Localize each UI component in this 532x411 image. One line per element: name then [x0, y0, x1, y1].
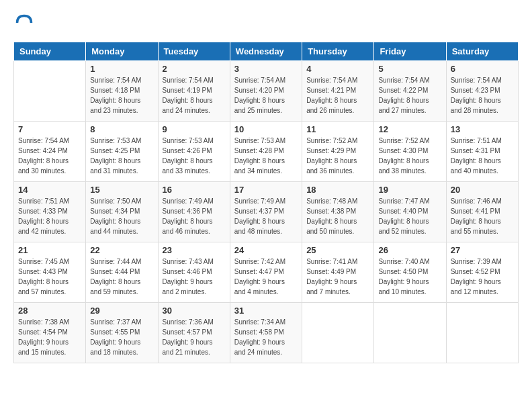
day-info: Sunrise: 7:54 AM Sunset: 4:24 PM Dayligh…	[18, 136, 81, 176]
week-row-0: 1Sunrise: 7:54 AM Sunset: 4:18 PM Daylig…	[14, 61, 519, 122]
day-info: Sunrise: 7:53 AM Sunset: 4:25 PM Dayligh…	[90, 136, 153, 176]
day-info: Sunrise: 7:49 AM Sunset: 4:37 PM Dayligh…	[234, 196, 298, 236]
header-cell-monday: Monday	[86, 42, 158, 61]
week-row-1: 7Sunrise: 7:54 AM Sunset: 4:24 PM Daylig…	[14, 122, 519, 182]
day-cell: 31Sunrise: 7:34 AM Sunset: 4:58 PM Dayli…	[230, 303, 302, 363]
day-info: Sunrise: 7:54 AM Sunset: 4:18 PM Dayligh…	[90, 75, 153, 116]
day-info: Sunrise: 7:54 AM Sunset: 4:19 PM Dayligh…	[163, 75, 226, 116]
day-cell: 19Sunrise: 7:47 AM Sunset: 4:40 PM Dayli…	[374, 182, 446, 242]
day-number: 27	[451, 245, 514, 255]
day-cell: 12Sunrise: 7:52 AM Sunset: 4:30 PM Dayli…	[374, 122, 446, 182]
day-number: 30	[163, 306, 226, 316]
day-cell: 30Sunrise: 7:36 AM Sunset: 4:57 PM Dayli…	[158, 303, 230, 363]
day-cell	[374, 303, 446, 363]
page-header	[13, 13, 519, 35]
day-cell: 3Sunrise: 7:54 AM Sunset: 4:20 PM Daylig…	[230, 61, 302, 122]
day-number: 12	[378, 124, 441, 134]
day-cell: 23Sunrise: 7:43 AM Sunset: 4:46 PM Dayli…	[158, 242, 230, 303]
day-number: 22	[90, 245, 153, 255]
day-cell: 16Sunrise: 7:49 AM Sunset: 4:36 PM Dayli…	[158, 182, 230, 242]
day-number: 3	[234, 64, 298, 74]
day-number: 20	[451, 185, 514, 195]
day-number: 19	[378, 185, 441, 195]
day-info: Sunrise: 7:48 AM Sunset: 4:38 PM Dayligh…	[306, 196, 369, 236]
day-number: 31	[234, 306, 298, 316]
calendar-body: 1Sunrise: 7:54 AM Sunset: 4:18 PM Daylig…	[14, 61, 519, 363]
day-number: 10	[234, 124, 298, 134]
day-cell: 21Sunrise: 7:45 AM Sunset: 4:43 PM Dayli…	[14, 242, 86, 303]
day-number: 7	[18, 124, 81, 134]
day-cell: 24Sunrise: 7:42 AM Sunset: 4:47 PM Dayli…	[230, 242, 302, 303]
week-row-4: 28Sunrise: 7:38 AM Sunset: 4:54 PM Dayli…	[14, 303, 519, 363]
day-cell	[302, 303, 374, 363]
day-info: Sunrise: 7:52 AM Sunset: 4:29 PM Dayligh…	[306, 136, 369, 176]
day-number: 13	[451, 124, 514, 134]
day-number: 4	[306, 64, 369, 74]
header-cell-saturday: Saturday	[446, 42, 518, 61]
header-cell-thursday: Thursday	[302, 42, 374, 61]
day-info: Sunrise: 7:53 AM Sunset: 4:26 PM Dayligh…	[163, 136, 226, 176]
day-number: 15	[90, 185, 153, 195]
day-number: 24	[234, 245, 298, 255]
day-number: 28	[18, 306, 81, 316]
week-row-3: 21Sunrise: 7:45 AM Sunset: 4:43 PM Dayli…	[14, 242, 519, 303]
day-cell: 1Sunrise: 7:54 AM Sunset: 4:18 PM Daylig…	[86, 61, 158, 122]
day-number: 8	[90, 124, 153, 134]
day-cell: 25Sunrise: 7:41 AM Sunset: 4:49 PM Dayli…	[302, 242, 374, 303]
day-info: Sunrise: 7:51 AM Sunset: 4:33 PM Dayligh…	[18, 196, 81, 236]
calendar-table: SundayMondayTuesdayWednesdayThursdayFrid…	[13, 42, 519, 363]
day-number: 1	[90, 64, 153, 74]
day-info: Sunrise: 7:36 AM Sunset: 4:57 PM Dayligh…	[163, 317, 226, 357]
day-info: Sunrise: 7:54 AM Sunset: 4:23 PM Dayligh…	[451, 75, 514, 116]
day-cell: 15Sunrise: 7:50 AM Sunset: 4:34 PM Dayli…	[86, 182, 158, 242]
header-row: SundayMondayTuesdayWednesdayThursdayFrid…	[14, 42, 519, 61]
day-cell: 29Sunrise: 7:37 AM Sunset: 4:55 PM Dayli…	[86, 303, 158, 363]
day-info: Sunrise: 7:45 AM Sunset: 4:43 PM Dayligh…	[18, 257, 81, 297]
day-info: Sunrise: 7:44 AM Sunset: 4:44 PM Dayligh…	[90, 257, 153, 297]
day-info: Sunrise: 7:41 AM Sunset: 4:49 PM Dayligh…	[306, 257, 369, 297]
day-info: Sunrise: 7:50 AM Sunset: 4:34 PM Dayligh…	[90, 196, 153, 236]
day-cell: 13Sunrise: 7:51 AM Sunset: 4:31 PM Dayli…	[446, 122, 518, 182]
day-number: 16	[163, 185, 226, 195]
day-cell: 4Sunrise: 7:54 AM Sunset: 4:21 PM Daylig…	[302, 61, 374, 122]
day-cell: 22Sunrise: 7:44 AM Sunset: 4:44 PM Dayli…	[86, 242, 158, 303]
day-number: 21	[18, 245, 81, 255]
day-info: Sunrise: 7:38 AM Sunset: 4:54 PM Dayligh…	[18, 317, 81, 357]
day-cell: 27Sunrise: 7:39 AM Sunset: 4:52 PM Dayli…	[446, 242, 518, 303]
day-info: Sunrise: 7:46 AM Sunset: 4:41 PM Dayligh…	[451, 196, 514, 236]
day-cell: 17Sunrise: 7:49 AM Sunset: 4:37 PM Dayli…	[230, 182, 302, 242]
day-cell	[446, 303, 518, 363]
day-cell: 7Sunrise: 7:54 AM Sunset: 4:24 PM Daylig…	[14, 122, 86, 182]
header-cell-friday: Friday	[374, 42, 446, 61]
logo	[13, 13, 34, 35]
day-info: Sunrise: 7:49 AM Sunset: 4:36 PM Dayligh…	[163, 196, 226, 236]
day-info: Sunrise: 7:43 AM Sunset: 4:46 PM Dayligh…	[163, 257, 226, 297]
day-cell: 10Sunrise: 7:53 AM Sunset: 4:28 PM Dayli…	[230, 122, 302, 182]
day-cell	[14, 61, 86, 122]
day-number: 26	[378, 245, 441, 255]
day-info: Sunrise: 7:54 AM Sunset: 4:22 PM Dayligh…	[378, 75, 441, 116]
calendar-header: SundayMondayTuesdayWednesdayThursdayFrid…	[14, 42, 519, 61]
day-info: Sunrise: 7:51 AM Sunset: 4:31 PM Dayligh…	[451, 136, 514, 176]
header-cell-wednesday: Wednesday	[230, 42, 302, 61]
day-cell: 5Sunrise: 7:54 AM Sunset: 4:22 PM Daylig…	[374, 61, 446, 122]
logo-icon	[15, 13, 34, 32]
day-number: 2	[163, 64, 226, 74]
day-cell: 26Sunrise: 7:40 AM Sunset: 4:50 PM Dayli…	[374, 242, 446, 303]
day-number: 11	[306, 124, 369, 134]
header-cell-sunday: Sunday	[14, 42, 86, 61]
day-cell: 20Sunrise: 7:46 AM Sunset: 4:41 PM Dayli…	[446, 182, 518, 242]
day-cell: 6Sunrise: 7:54 AM Sunset: 4:23 PM Daylig…	[446, 61, 518, 122]
day-number: 23	[163, 245, 226, 255]
day-info: Sunrise: 7:42 AM Sunset: 4:47 PM Dayligh…	[234, 257, 298, 297]
day-info: Sunrise: 7:54 AM Sunset: 4:20 PM Dayligh…	[234, 75, 298, 116]
day-number: 9	[163, 124, 226, 134]
day-info: Sunrise: 7:39 AM Sunset: 4:52 PM Dayligh…	[451, 257, 514, 297]
day-cell: 28Sunrise: 7:38 AM Sunset: 4:54 PM Dayli…	[14, 303, 86, 363]
week-row-2: 14Sunrise: 7:51 AM Sunset: 4:33 PM Dayli…	[14, 182, 519, 242]
day-cell: 18Sunrise: 7:48 AM Sunset: 4:38 PM Dayli…	[302, 182, 374, 242]
day-info: Sunrise: 7:47 AM Sunset: 4:40 PM Dayligh…	[378, 196, 441, 236]
day-number: 25	[306, 245, 369, 255]
day-number: 6	[451, 64, 514, 74]
day-cell: 9Sunrise: 7:53 AM Sunset: 4:26 PM Daylig…	[158, 122, 230, 182]
